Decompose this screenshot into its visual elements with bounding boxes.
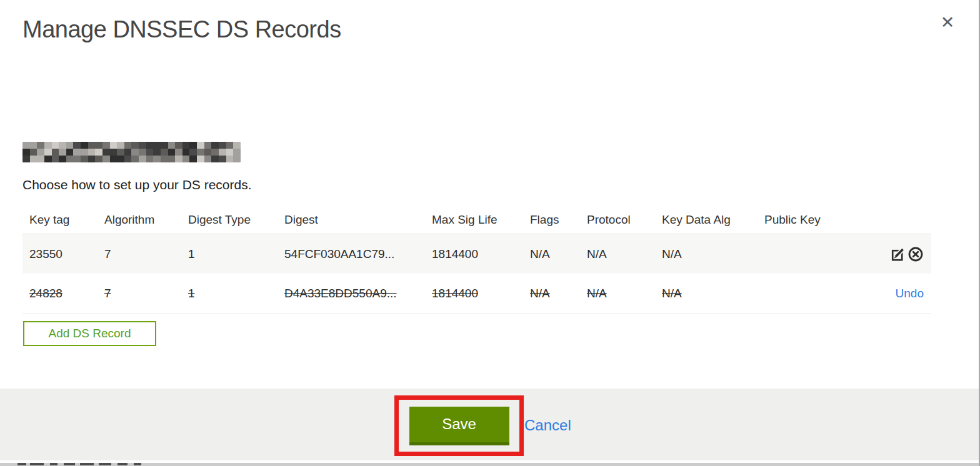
cell-digest-type: 1 <box>181 247 278 261</box>
ds-records-table: Key tag Algorithm Digest Type Digest Max… <box>22 206 931 314</box>
page-title: Manage DNSSEC DS Records <box>22 16 341 43</box>
underlying-page-edge <box>0 463 979 466</box>
instruction-text: Choose how to set up your DS records. <box>22 177 252 192</box>
dnssec-ds-records-modal: Manage DNSSEC DS Records ✕ Choose how to… <box>0 0 980 466</box>
row-actions <box>891 246 931 262</box>
cell-key-data-alg: N/A <box>655 287 758 300</box>
edit-icon <box>891 246 907 262</box>
column-header-key-data-alg: Key Data Alg <box>655 213 758 227</box>
cell-key-tag: 23550 <box>22 247 98 261</box>
table-row: 23550 7 1 54FCF030AA1C79... 1814400 N/A … <box>22 234 931 274</box>
delete-record-button[interactable] <box>908 246 924 262</box>
close-icon[interactable]: ✕ <box>936 11 959 34</box>
cell-key-data-alg: N/A <box>655 247 758 261</box>
cell-digest: D4A33E8DD550A9... <box>278 287 425 300</box>
cancel-link[interactable]: Cancel <box>524 417 571 434</box>
cell-protocol: N/A <box>580 287 655 300</box>
cell-key-tag: 24828 <box>22 287 98 300</box>
modal-footer: Save Cancel <box>0 389 979 460</box>
add-ds-record-button[interactable]: Add DS Record <box>23 321 156 346</box>
annotation-red-box: Save <box>394 395 524 456</box>
edit-record-button[interactable] <box>891 246 907 262</box>
column-header-flags: Flags <box>523 213 580 227</box>
cell-algorithm: 7 <box>98 287 181 300</box>
undo-link[interactable]: Undo <box>896 287 924 300</box>
cell-flags: N/A <box>523 247 580 261</box>
cell-digest: 54FCF030AA1C79... <box>278 247 425 261</box>
table-row-deleted: 24828 7 1 D4A33E8DD550A9... 1814400 N/A … <box>22 274 931 314</box>
table-header-row: Key tag Algorithm Digest Type Digest Max… <box>22 206 931 234</box>
domain-name-redacted <box>22 142 241 162</box>
cell-algorithm: 7 <box>98 247 181 261</box>
cell-protocol: N/A <box>580 247 655 261</box>
column-header-max-sig-life: Max Sig Life <box>425 213 523 227</box>
cell-max-sig-life: 1814400 <box>425 247 523 261</box>
delete-circle-x-icon <box>908 246 924 262</box>
cell-flags: N/A <box>523 287 580 300</box>
column-header-protocol: Protocol <box>580 213 655 227</box>
column-header-public-key: Public Key <box>758 213 839 227</box>
cell-max-sig-life: 1814400 <box>425 287 523 300</box>
column-header-algorithm: Algorithm <box>98 213 181 227</box>
row-actions: Undo <box>896 287 931 300</box>
cell-digest-type: 1 <box>181 287 278 300</box>
save-button[interactable]: Save <box>409 407 509 445</box>
column-header-digest-type: Digest Type <box>181 213 278 227</box>
column-header-key-tag: Key tag <box>22 213 98 227</box>
column-header-digest: Digest <box>278 213 425 227</box>
